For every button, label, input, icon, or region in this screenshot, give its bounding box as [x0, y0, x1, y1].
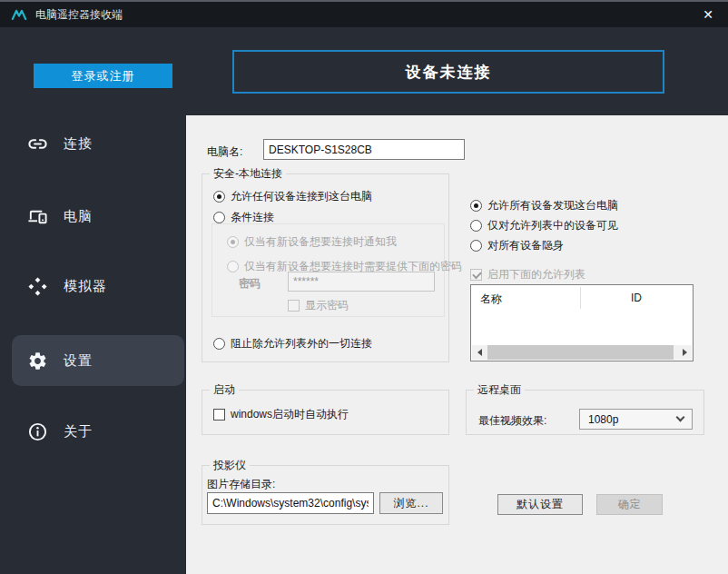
close-icon: ✕ — [703, 7, 713, 22]
radio-allow-all-discover[interactable]: 允许所有设备发现这台电脑 — [470, 198, 618, 213]
gear-icon — [27, 351, 48, 371]
sidebar-item-emulator[interactable]: 模拟器 — [12, 261, 184, 312]
app-logo-icon — [11, 6, 27, 23]
radio-allow-all-discover-label: 允许所有设备发现这台电脑 — [487, 198, 618, 213]
scrollbar-right-arrow[interactable] — [677, 345, 692, 360]
enable-allowlist-checkbox-control — [470, 269, 482, 281]
chevron-down-icon — [676, 413, 685, 422]
browse-button[interactable]: 浏览... — [379, 492, 443, 514]
sidebar-item-computer[interactable]: 电脑 — [12, 191, 184, 242]
enable-allowlist-label: 启用下面的允许列表 — [487, 267, 585, 282]
login-register-label: 登录或注册 — [72, 68, 135, 84]
title-bar: 电脑遥控器接收端 ✕ — [0, 0, 728, 27]
radio-hide-from-all-label: 对所有设备隐身 — [487, 238, 564, 253]
allowlist-horizontal-scrollbar[interactable] — [472, 345, 692, 360]
sidebar-label-emulator: 模拟器 — [64, 278, 107, 295]
autostart-label: windows启动时自动执行 — [231, 407, 349, 422]
allowlist-table: 名称 ID — [470, 284, 694, 361]
ok-button: 确定 — [596, 494, 663, 515]
gamepad-icon — [27, 276, 48, 297]
sidebar-item-about[interactable]: 关于 — [12, 406, 184, 457]
sidebar-label-settings: 设置 — [64, 352, 93, 370]
devices-icon — [27, 206, 48, 227]
link-icon — [27, 134, 48, 154]
radio-conditional-control — [213, 212, 225, 223]
radio-allow-all-discover-control — [470, 200, 482, 212]
radio-notify-new-device: 仅当有新设备想要连接时通知我 — [227, 234, 397, 250]
radio-allow-any-device[interactable]: 允许任何设备连接到这台电脑 — [213, 189, 372, 204]
radio-allow-any-control — [213, 191, 225, 203]
radio-visible-to-list-label: 仅对允许列表中的设备可见 — [487, 218, 618, 233]
allowlist-column-id: ID — [580, 292, 693, 304]
computer-name-input[interactable] — [263, 139, 465, 160]
radio-notify-control — [227, 236, 239, 248]
scrollbar-thumb[interactable] — [487, 345, 674, 360]
sidebar-item-settings[interactable]: 设置 — [12, 335, 184, 386]
connection-status-text: 设备未连接 — [406, 62, 492, 83]
remote-desktop-group-title: 远程桌面 — [474, 383, 525, 397]
radio-visible-to-list-control — [470, 220, 482, 232]
allowlist-column-name: 名称 — [480, 292, 502, 307]
sidebar-label-about: 关于 — [64, 423, 93, 440]
video-quality-value: 1080p — [588, 413, 618, 426]
projector-group-title: 投影仪 — [210, 459, 250, 472]
radio-visible-to-list[interactable]: 仅对允许列表中的设备可见 — [470, 218, 618, 233]
computer-name-label: 电脑名: — [207, 144, 242, 160]
radio-block-except-allowlist[interactable]: 阻止除允许列表外的一切连接 — [213, 336, 372, 351]
settings-panel: 电脑名: 安全-本地连接 允许任何设备连接到这台电脑 条件连接 仅当有新设备想要… — [186, 115, 728, 574]
show-password-checkbox-control — [288, 300, 300, 312]
radio-allow-any-label: 允许任何设备连接到这台电脑 — [231, 189, 372, 204]
checkbox-enable-allowlist: 启用下面的允许列表 — [470, 267, 585, 282]
sidebar-item-connect[interactable]: 连接 — [12, 118, 184, 169]
video-quality-dropdown[interactable]: 1080p — [579, 409, 693, 430]
checkbox-autostart[interactable]: windows启动时自动执行 — [213, 407, 349, 422]
image-dir-label: 图片存储目录: — [207, 477, 275, 492]
login-register-button[interactable]: 登录或注册 — [34, 64, 172, 88]
connection-status-box: 设备未连接 — [232, 50, 664, 94]
radio-block-label: 阻止除允许列表外的一切连接 — [231, 336, 372, 351]
info-icon — [27, 421, 48, 442]
startup-group-title: 启动 — [210, 383, 239, 397]
ok-button-label: 确定 — [618, 497, 642, 512]
video-quality-label: 最佳视频效果: — [478, 413, 546, 429]
sidebar-label-computer: 电脑 — [64, 208, 93, 225]
radio-notify-label: 仅当有新设备想要连接时通知我 — [244, 234, 397, 250]
security-group-title: 安全-本地连接 — [210, 167, 286, 181]
show-password-label: 显示密码 — [305, 298, 349, 313]
password-label: 密码 — [239, 276, 261, 292]
autostart-checkbox-control — [213, 409, 225, 421]
radio-hide-from-all[interactable]: 对所有设备隐身 — [470, 238, 564, 253]
window-title: 电脑遥控器接收端 — [35, 7, 123, 23]
close-button[interactable]: ✕ — [688, 2, 728, 27]
radio-require-password-control — [227, 261, 239, 272]
radio-hide-from-all-control — [470, 240, 482, 252]
default-settings-label: 默认设置 — [516, 497, 564, 512]
password-input — [288, 272, 435, 292]
image-dir-input[interactable] — [207, 492, 374, 514]
checkbox-show-password: 显示密码 — [288, 298, 349, 313]
browse-button-label: 浏览... — [393, 496, 428, 511]
scrollbar-left-arrow[interactable] — [472, 345, 487, 360]
radio-block-control — [213, 338, 225, 350]
default-settings-button[interactable]: 默认设置 — [497, 494, 583, 515]
sidebar-label-connect: 连接 — [64, 135, 93, 153]
